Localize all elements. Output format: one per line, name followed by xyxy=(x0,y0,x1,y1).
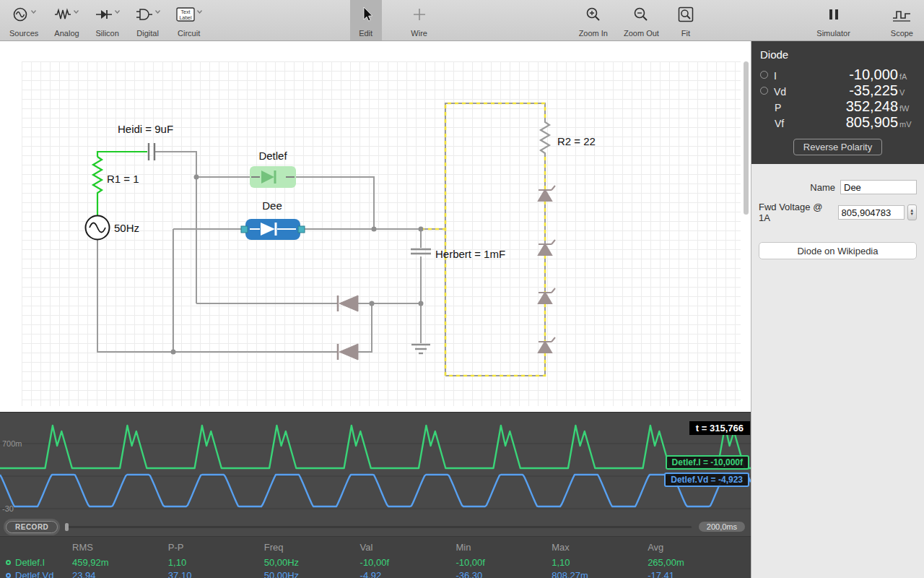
stat-cell: 50,00Hz xyxy=(264,556,360,569)
label-freq: 50Hz xyxy=(114,222,139,234)
stats-header: Val xyxy=(360,540,456,556)
plus-icon xyxy=(412,6,427,23)
ac-source-50hz[interactable] xyxy=(86,216,110,240)
measurement-unit: mV xyxy=(899,120,915,129)
svg-text:Text: Text xyxy=(180,9,190,14)
scope-grid-label-bottom: -30 xyxy=(2,504,14,513)
fwd-voltage-input[interactable] xyxy=(838,205,905,220)
plot-radio-i[interactable] xyxy=(760,71,768,79)
selection-handle[interactable] xyxy=(241,226,248,233)
schematic[interactable]: Heidi = 9uF R1 = 1 50Hz Detlef Dee Herbe… xyxy=(0,41,751,412)
measurement-value: 805,905 xyxy=(846,114,898,131)
signal-badge-detlef-vd[interactable]: Detlef.Vd = -4,923 xyxy=(664,473,749,487)
measurement-value: 352,248 xyxy=(846,98,898,115)
chevron-down-icon xyxy=(31,10,36,14)
fit-button[interactable]: Fit xyxy=(670,0,702,40)
ac-source-icon xyxy=(12,6,29,23)
label-herbert: Herbert = 1mF xyxy=(435,248,505,260)
edit-tool-button[interactable]: Edit xyxy=(350,0,382,40)
measurement-unit: fA xyxy=(899,72,915,81)
ground-symbol[interactable] xyxy=(411,345,430,353)
stats-row-name[interactable]: Detlef.Vd xyxy=(6,569,72,578)
zoom-in-button[interactable]: Zoom In xyxy=(574,0,613,40)
stepper-control[interactable]: ▲▼ xyxy=(907,204,917,220)
circuit-button[interactable]: TextLabel Circuit xyxy=(171,0,207,40)
plot-radio-vd[interactable] xyxy=(760,87,768,95)
circuit-label: Circuit xyxy=(178,29,200,38)
name-input[interactable] xyxy=(840,180,917,194)
label-r1: R1 = 1 xyxy=(107,173,139,185)
measurement-row: Vd -35,225 V xyxy=(760,82,915,98)
magnifier-box-icon xyxy=(677,6,694,23)
time-badge: t = 315,766 xyxy=(689,421,750,435)
stats-header: Freq xyxy=(264,540,360,556)
scope-label: Scope xyxy=(891,29,913,38)
stats-header: RMS xyxy=(72,540,168,556)
icircuit-window: Sources Analog Silicon xyxy=(0,0,924,578)
silicon-button[interactable]: Silicon xyxy=(90,0,125,40)
measurement-row: I -10,000 fA xyxy=(760,66,915,82)
selected-wire-highlight[interactable] xyxy=(421,103,545,376)
scope-button[interactable]: Scope xyxy=(886,0,918,40)
rectifier-diodes[interactable] xyxy=(338,296,358,360)
record-button[interactable]: RECORD xyxy=(6,521,58,533)
wire-tool-button[interactable]: Wire xyxy=(404,0,435,40)
stat-cell: 808,27m xyxy=(552,569,648,578)
zoom-out-button[interactable]: Zoom Out xyxy=(619,0,664,40)
magnifier-plus-icon xyxy=(585,6,602,23)
signal-color-dot xyxy=(6,573,11,578)
diode-icon xyxy=(95,6,113,23)
stats-row-name[interactable]: Detlef.I xyxy=(6,556,72,569)
stats-header: Max xyxy=(552,540,648,556)
scope-plot[interactable]: 700m -30 t = 315,766 Detlef.I = -10,000f… xyxy=(0,413,751,517)
resistor-icon xyxy=(54,6,71,23)
zener-diode xyxy=(539,288,555,303)
signal-badge-detlef-i[interactable]: Detlef.I = -10,000f xyxy=(666,455,749,470)
waveform-detlef-vd xyxy=(0,475,751,506)
inspector-title: Diode xyxy=(760,48,915,61)
measurement-value: -10,000 xyxy=(849,66,898,83)
digital-button[interactable]: Digital xyxy=(131,0,165,40)
wikipedia-button[interactable]: Diode on Wikipedia xyxy=(759,242,917,259)
zener-diode xyxy=(539,337,555,353)
stats-corner xyxy=(6,540,72,556)
sources-button[interactable]: Sources xyxy=(4,0,43,40)
zoom-in-label: Zoom In xyxy=(579,29,608,38)
label-dee: Dee xyxy=(262,199,282,212)
stat-cell: 50,00Hz xyxy=(264,569,360,578)
reverse-polarity-button[interactable]: Reverse Polarity xyxy=(793,139,882,155)
timeline-slider-thumb[interactable] xyxy=(65,523,69,531)
stepper-down-icon[interactable]: ▼ xyxy=(910,212,914,216)
resistor-r2[interactable] xyxy=(541,119,549,157)
scope-controls: RECORD 200,0ms xyxy=(0,517,751,536)
measurement-label: Vf xyxy=(775,118,846,129)
simulator-button[interactable]: Simulator xyxy=(811,0,855,40)
time-window-badge[interactable]: 200,0ms xyxy=(699,522,745,532)
zener-diode xyxy=(539,240,555,255)
analog-button[interactable]: Analog xyxy=(49,0,84,40)
capacitor-herbert[interactable] xyxy=(411,249,431,254)
canvas-vertical-scrollbar[interactable] xyxy=(744,61,749,215)
selection-handle[interactable] xyxy=(298,226,305,233)
measurement-row: P 352,248 fW xyxy=(760,98,915,114)
zener-diodes[interactable] xyxy=(539,186,555,353)
schematic-canvas[interactable]: Heidi = 9uF R1 = 1 50Hz Detlef Dee Herbe… xyxy=(0,41,751,412)
properties-panel: Name Fwd Voltage @ 1A ▲▼ Diode on Wikipe… xyxy=(751,164,924,259)
stat-cell: -4,92 xyxy=(360,569,456,578)
measurement-unit: V xyxy=(899,88,915,97)
name-label: Name xyxy=(810,182,835,193)
diode-detlef[interactable] xyxy=(250,166,296,188)
stats-header: P-P xyxy=(168,540,264,556)
diode xyxy=(338,344,358,360)
toolbar: Sources Analog Silicon xyxy=(0,0,924,41)
capacitor-heidi[interactable] xyxy=(149,143,154,160)
inspector-sidebar: Diode I -10,000 fA Vd -35,225 V P 352,24… xyxy=(751,41,924,578)
measurement-label: Vd xyxy=(774,86,849,98)
scope-panel: 700m -30 t = 315,766 Detlef.I = -10,000f… xyxy=(0,412,751,578)
signal-color-dot xyxy=(6,560,11,565)
diode-dee[interactable] xyxy=(241,219,305,240)
timeline-slider[interactable] xyxy=(65,526,691,528)
resistor-r1 xyxy=(93,157,102,216)
junction-dots xyxy=(171,175,424,355)
wires[interactable] xyxy=(97,103,545,376)
